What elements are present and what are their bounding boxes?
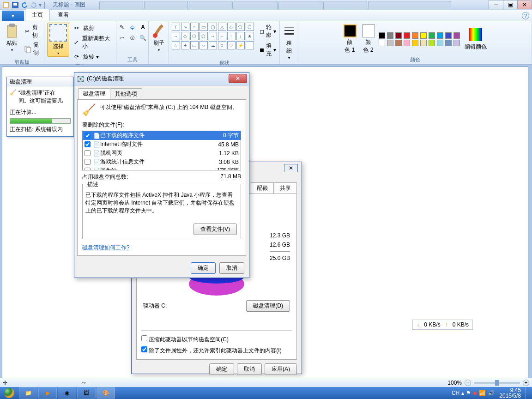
text-icon[interactable]: A (139, 23, 148, 32)
eraser-icon[interactable]: ▱ (117, 33, 127, 42)
taskbar-paint[interactable]: 🎨 (97, 387, 115, 399)
props-apply-button[interactable]: 应用(A) (265, 363, 297, 375)
view-files-button[interactable]: 查看文件(V) (193, 224, 237, 235)
picker-icon[interactable]: ⦾ (128, 33, 137, 42)
copy-button[interactable]: 复制 (23, 40, 42, 58)
shape-fill-button[interactable]: ◼填充▾ (259, 41, 277, 59)
shapes-gallery[interactable]: /∿○▭▢△◇⬠⬡ →◇⬠⬡→←↑↓★ ☆✦▭○☁◊♡⚡ (172, 23, 254, 49)
crop-button[interactable]: ✂裁剪 (71, 23, 113, 34)
taskbar-explorer[interactable]: 📁 (19, 387, 37, 399)
redo-icon[interactable] (30, 1, 38, 9)
tray-volume-icon[interactable]: 🔊 (488, 390, 495, 396)
file-checkbox[interactable] (85, 150, 91, 156)
palette-color[interactable] (379, 40, 385, 46)
file-checkbox[interactable] (85, 141, 91, 147)
palette-color[interactable] (453, 40, 460, 46)
palette-color[interactable] (387, 32, 393, 39)
color2-button[interactable]: 颜 色 2 (360, 24, 377, 55)
palette-color[interactable] (395, 32, 402, 39)
color-palette[interactable] (379, 32, 461, 46)
palette-color[interactable] (437, 32, 443, 39)
dialog-close-button[interactable]: ✕ (229, 74, 247, 83)
props-close-button[interactable]: ✕ (284, 164, 298, 172)
palette-color[interactable] (420, 40, 427, 46)
tray-security-icon[interactable]: ⚑ (466, 390, 471, 396)
file-list-row[interactable]: 📄回收站175 字节 (83, 166, 241, 170)
palette-color[interactable] (437, 40, 443, 46)
tray-icon[interactable]: ▴ (461, 390, 464, 396)
tab-view[interactable]: 查看 (51, 9, 76, 21)
file-checkbox[interactable] (85, 133, 91, 139)
ime-indicator[interactable]: CH (452, 390, 459, 396)
tray-network-icon[interactable]: 📶 (479, 390, 486, 396)
palette-color[interactable] (412, 32, 418, 39)
file-list-row[interactable]: 📄脱机网页1.12 KB (83, 149, 241, 157)
start-button[interactable] (0, 387, 18, 399)
bg-tab (323, 1, 367, 9)
group-colors-label: 颜色 (410, 55, 420, 64)
disk-cleanup-button[interactable]: 磁盘清理(D) (246, 300, 290, 312)
tab-more-options[interactable]: 其他选项 (110, 88, 142, 99)
palette-color[interactable] (420, 32, 427, 39)
zoom-slider[interactable] (474, 382, 520, 384)
zoom-in-button[interactable]: + (523, 380, 529, 386)
tab-share[interactable]: 共享 (274, 182, 297, 193)
save-icon[interactable] (11, 1, 19, 9)
tab-quota[interactable]: 配额 (251, 182, 274, 193)
show-desktop-button[interactable] (526, 387, 530, 399)
palette-color[interactable] (379, 32, 385, 39)
file-checkbox[interactable] (85, 159, 91, 165)
taskbar-chrome[interactable]: ◉ (58, 387, 76, 399)
help-icon[interactable]: ? (522, 12, 529, 19)
zoom-out-button[interactable]: − (465, 380, 471, 386)
file-list-row[interactable]: 📄游戏统计信息文件3.08 KB (83, 157, 241, 166)
file-menu-button[interactable]: ▾ (2, 11, 24, 21)
edit-colors-button[interactable]: 编辑颜色 (463, 26, 489, 52)
palette-color[interactable] (445, 40, 452, 46)
resize-button[interactable]: ⤢重新调整大小 (71, 34, 113, 51)
palette-color[interactable] (412, 40, 418, 46)
props-cancel-button[interactable]: 取消 (237, 363, 262, 375)
select-button[interactable]: 选择▾ (47, 23, 69, 57)
palette-color[interactable] (429, 40, 435, 46)
rotate-button[interactable]: ⟳旋转▾ (71, 51, 113, 62)
ok-button[interactable]: 确定 (191, 262, 216, 274)
palette-color[interactable] (404, 40, 410, 46)
tray-shield-icon[interactable]: ◆ (473, 390, 477, 396)
palette-color[interactable] (387, 40, 393, 46)
taskbar-clock[interactable]: 9:45 2015/5/8 (496, 387, 524, 399)
brushes-button[interactable]: 刷子▾ (150, 23, 168, 53)
file-type-icon: 📄 (93, 133, 100, 139)
palette-color[interactable] (445, 32, 452, 39)
how-does-cleanup-work-link[interactable]: 磁盘清理如何工作? (82, 244, 130, 251)
tab-home[interactable]: 主页 (25, 9, 50, 21)
undo-icon[interactable] (20, 1, 29, 9)
tab-disk-cleanup[interactable]: 磁盘清理 (78, 88, 110, 99)
index-checkbox[interactable]: 除了文件属性外，还允许索引此驱动器上文件的内容(I) (141, 346, 292, 355)
palette-color[interactable] (453, 32, 460, 39)
palette-color[interactable] (429, 32, 435, 39)
maximize-button[interactable]: ▣ (503, 0, 518, 9)
file-list-row[interactable]: 📄已下载的程序文件0 字节 (83, 131, 241, 140)
color1-button[interactable]: 颜 色 1 (342, 24, 358, 55)
file-name: 游戏统计信息文件 (100, 158, 206, 166)
cut-button[interactable]: ✂剪切 (23, 23, 42, 40)
cancel-button[interactable]: 取消 (219, 262, 244, 274)
palette-color[interactable] (404, 32, 410, 39)
paste-button[interactable]: 粘贴▾ (3, 23, 21, 53)
fill-icon[interactable]: ⬙ (128, 23, 137, 32)
taskbar-photos[interactable]: 🖼 (77, 387, 96, 399)
taskbar-wmp[interactable]: ▶ (38, 387, 57, 399)
file-list-row[interactable]: 📄Internet 临时文件45.8 MB (83, 140, 241, 149)
file-checkbox[interactable] (85, 168, 91, 170)
pencil-icon[interactable]: ✎ (117, 23, 127, 32)
minimize-button[interactable]: ─ (489, 0, 503, 9)
thickness-button[interactable]: 粗 细▾ (280, 23, 298, 61)
palette-color[interactable] (395, 40, 402, 46)
compress-checkbox[interactable]: 压缩此驱动器以节约磁盘空间(C) (141, 335, 292, 344)
magnifier-icon[interactable]: 🔍 (139, 33, 148, 42)
close-button[interactable]: ✕ (517, 0, 532, 9)
props-ok-button[interactable]: 确定 (209, 363, 234, 375)
shape-outline-button[interactable]: ◻轮廓▾ (259, 23, 277, 40)
files-listbox[interactable]: 📄已下载的程序文件0 字节📄Internet 临时文件45.8 MB📄脱机网页1… (82, 131, 241, 170)
